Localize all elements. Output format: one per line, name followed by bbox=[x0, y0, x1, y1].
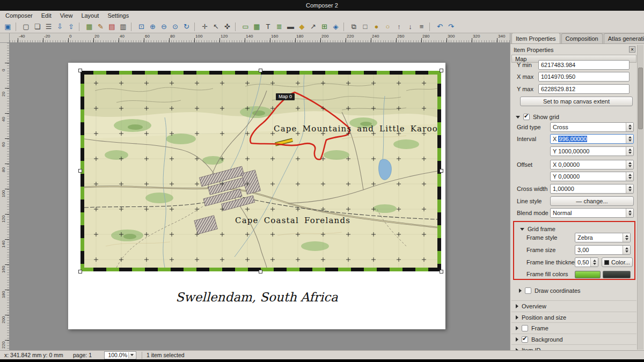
selection-handle[interactable] bbox=[440, 270, 443, 274]
align-items-icon[interactable]: ≡ bbox=[416, 21, 427, 32]
frame-fill-color2-button[interactable] bbox=[603, 271, 631, 278]
collapse-arrow-icon[interactable] bbox=[516, 116, 520, 119]
set-to-map-canvas-extent-button[interactable]: Set to map canvas extent bbox=[520, 97, 633, 106]
unlock-items-icon[interactable]: ○ bbox=[382, 21, 393, 32]
line-style-change-button[interactable]: — change... bbox=[550, 196, 634, 206]
expand-arrow-icon[interactable] bbox=[516, 337, 518, 342]
spinner-arrows-icon[interactable] bbox=[626, 209, 633, 217]
selection-handle[interactable] bbox=[78, 169, 82, 173]
lower-items-icon[interactable]: ↓ bbox=[405, 21, 416, 32]
composition-page[interactable]: Map 0 Cape Mountains and Little Karoo Ca… bbox=[68, 63, 445, 329]
add-label-icon[interactable]: T bbox=[262, 21, 274, 32]
menu-layout[interactable]: Layout bbox=[77, 12, 103, 19]
draw-coordinates-checkbox[interactable] bbox=[525, 287, 531, 294]
selection-handle[interactable] bbox=[78, 270, 82, 274]
spinner-arrows-icon[interactable] bbox=[623, 233, 630, 242]
zoom-out-icon[interactable]: ⊖ bbox=[158, 21, 170, 32]
expand-arrow-icon[interactable] bbox=[519, 289, 522, 293]
save-template-icon[interactable]: ⇧ bbox=[65, 21, 77, 32]
select-move-item-icon[interactable]: ↖ bbox=[210, 21, 222, 32]
frame-fill-color1-button[interactable] bbox=[575, 271, 601, 278]
frame-size-spinbox[interactable]: 3,00 bbox=[575, 245, 631, 255]
map-item[interactable]: Map 0 Cape Mountains and Little Karoo Ca… bbox=[80, 71, 441, 271]
spinner-arrows-icon[interactable] bbox=[590, 258, 598, 267]
spinner-arrows-icon[interactable] bbox=[626, 123, 633, 131]
selection-handle[interactable] bbox=[259, 69, 262, 72]
chevron-down-icon[interactable] bbox=[128, 352, 135, 358]
lock-items-icon[interactable]: ● bbox=[371, 21, 382, 32]
pan-icon[interactable]: ✛ bbox=[199, 21, 210, 32]
frame-checkbox[interactable] bbox=[522, 325, 528, 331]
move-item-content-icon[interactable]: ✜ bbox=[222, 21, 233, 32]
expand-arrow-icon[interactable] bbox=[516, 326, 518, 330]
interval-x-spinbox[interactable]: X 996,00000 bbox=[550, 134, 634, 144]
panel-scrollbar[interactable] bbox=[637, 45, 643, 350]
selection-handle[interactable] bbox=[78, 69, 82, 72]
spinner-arrows-icon[interactable] bbox=[623, 246, 630, 254]
add-arrow-icon[interactable]: ↗ bbox=[308, 21, 319, 32]
offset-x-spinbox[interactable]: X 0,00000 bbox=[550, 160, 634, 169]
show-grid-checkbox[interactable] bbox=[523, 114, 530, 120]
add-html-icon[interactable]: ◈ bbox=[330, 21, 341, 32]
ungroup-items-icon[interactable]: □ bbox=[360, 21, 371, 32]
export-pdf-icon[interactable]: ▤ bbox=[106, 21, 118, 32]
export-image-icon[interactable]: ▦ bbox=[84, 21, 95, 32]
background-checkbox[interactable] bbox=[522, 336, 528, 343]
export-svg-icon[interactable]: ✎ bbox=[95, 21, 106, 32]
expand-arrow-icon[interactable] bbox=[516, 304, 518, 308]
duplicate-composer-icon[interactable]: ❏ bbox=[32, 21, 43, 32]
interval-y-spinbox[interactable]: Y 1000,00000 bbox=[550, 146, 634, 156]
undo-icon[interactable]: ↶ bbox=[434, 21, 445, 32]
spinner-arrows-icon[interactable] bbox=[626, 160, 633, 169]
frame-style-combobox[interactable]: Zebra bbox=[575, 233, 631, 242]
map-canvas[interactable] bbox=[84, 75, 437, 268]
spinner-arrows-icon[interactable] bbox=[626, 172, 633, 181]
spinner-arrows-icon[interactable] bbox=[626, 147, 633, 156]
frame-line-thickness-spinbox[interactable]: 0,50 bbox=[575, 257, 598, 267]
x-max-input[interactable]: 1014970.950 bbox=[538, 72, 630, 82]
offset-y-spinbox[interactable]: Y 0,00000 bbox=[550, 172, 634, 181]
composer-manager-icon[interactable]: ☰ bbox=[43, 21, 54, 32]
menu-view[interactable]: View bbox=[56, 12, 77, 19]
redo-icon[interactable]: ↷ bbox=[445, 21, 457, 32]
selection-handle[interactable] bbox=[259, 270, 262, 274]
raise-items-icon[interactable]: ↑ bbox=[393, 21, 405, 32]
add-legend-icon[interactable]: ≣ bbox=[274, 21, 285, 32]
add-scalebar-icon[interactable]: ▬ bbox=[285, 21, 296, 32]
zoom-full-icon[interactable]: ⊡ bbox=[136, 21, 147, 32]
load-template-icon[interactable]: ⇩ bbox=[54, 21, 65, 32]
panel-close-icon[interactable] bbox=[629, 46, 635, 53]
grid-type-combobox[interactable]: Cross bbox=[550, 122, 634, 132]
zoom-actual-icon[interactable]: ⊙ bbox=[170, 21, 181, 32]
spinner-arrows-icon[interactable] bbox=[626, 135, 633, 143]
refresh-view-icon[interactable]: ↻ bbox=[181, 21, 192, 32]
zoom-level-combobox[interactable]: 100.0% bbox=[104, 351, 136, 359]
tab-composition[interactable]: Composition bbox=[561, 33, 603, 43]
new-composer-icon[interactable]: ▢ bbox=[20, 21, 32, 32]
expand-arrow-icon[interactable] bbox=[516, 315, 518, 320]
add-map-icon[interactable]: ▭ bbox=[240, 21, 251, 32]
spinner-arrows-icon[interactable] bbox=[626, 184, 633, 193]
zoom-in-icon[interactable]: ⊕ bbox=[147, 21, 158, 32]
add-image-icon[interactable]: ▦ bbox=[251, 21, 262, 32]
group-items-icon[interactable]: ⧉ bbox=[348, 21, 360, 32]
collapse-arrow-icon[interactable] bbox=[520, 228, 524, 231]
menu-edit[interactable]: Edit bbox=[37, 12, 56, 19]
selection-handle[interactable] bbox=[440, 169, 443, 173]
menu-composer[interactable]: Composer bbox=[1, 12, 37, 19]
add-shape-icon[interactable]: ◆ bbox=[296, 21, 308, 32]
add-table-icon[interactable]: ⊞ bbox=[319, 21, 330, 32]
composer-canvas[interactable]: Map 0 Cape Mountains and Little Karoo Ca… bbox=[10, 43, 510, 350]
save-project-icon[interactable]: ▣ bbox=[2, 21, 13, 32]
scrollbar-thumb[interactable] bbox=[638, 68, 643, 129]
blend-mode-combobox[interactable]: Normal bbox=[550, 208, 634, 218]
y-max-input[interactable]: 6228529.812 bbox=[538, 84, 630, 94]
tab-item-properties[interactable]: Item Properties bbox=[511, 33, 560, 43]
selection-handle[interactable] bbox=[440, 69, 443, 72]
frame-color-button[interactable]: Color... bbox=[602, 257, 633, 267]
print-icon[interactable]: ▥ bbox=[118, 21, 129, 32]
menu-settings[interactable]: Settings bbox=[103, 12, 133, 19]
tab-atlas-generation[interactable]: Atlas generation bbox=[604, 33, 644, 43]
y-min-input[interactable]: 6217483.984 bbox=[538, 60, 630, 70]
composition-title-label[interactable]: Swellendam, South Africa bbox=[68, 290, 445, 304]
